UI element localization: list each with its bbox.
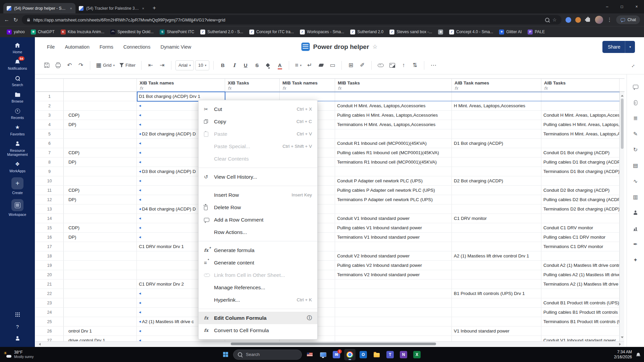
cell[interactable] [335, 336, 452, 341]
cell[interactable]: Conduit V1 Inbound standard power [541, 336, 620, 341]
cell[interactable]: Pulling cables V2 Inbound standard power [335, 261, 452, 270]
scroll-right-icon[interactable] [619, 343, 622, 346]
expand-button[interactable]: ↔ [627, 60, 637, 71]
bookmark-item[interactable]: KKiba Inuzuka Anim... [58, 28, 107, 36]
cell[interactable] [452, 223, 541, 232]
row-number[interactable]: 11 [36, 186, 64, 195]
cell[interactable]: Conduit R1 Inbound cell (MCP0001)(45KVA) [335, 139, 452, 148]
cell[interactable]: Conduit P Adapter cell newtork PLC (UPS) [335, 176, 452, 185]
extension-icon[interactable] [575, 17, 581, 23]
cell[interactable] [64, 298, 137, 307]
cell[interactable]: D2 Bot charging (ACDP) [452, 176, 541, 185]
cell[interactable]: Terminations H Mint. Areas, Laptops,Acce… [541, 129, 620, 138]
horizontal-scroll-thumb[interactable] [231, 343, 436, 345]
cell[interactable]: Terminations P Adapter cell newtork PLC … [335, 195, 452, 204]
maximize-button[interactable]: □ [614, 0, 629, 13]
highlight-button[interactable]: ✐ [357, 60, 367, 71]
cell[interactable]: CDP) [64, 148, 137, 157]
sidebar-help-button[interactable]: ? [16, 323, 19, 329]
row-number[interactable]: 10 [36, 176, 64, 185]
image-button[interactable] [387, 60, 397, 71]
column-header-aib-tasks[interactable]: AIB Tasksfx [541, 79, 620, 92]
cell[interactable]: Pulling cables H Mint. Areas, Laptops,Ac… [541, 120, 620, 129]
scroll-up-icon[interactable] [621, 94, 624, 97]
cell[interactable] [541, 214, 620, 223]
cell[interactable] [335, 92, 452, 101]
cell[interactable]: CDP) [64, 223, 137, 232]
rail-ai-tools-button[interactable]: ✦ [633, 257, 638, 263]
cell[interactable]: Pulling cables R1 Inbound cell (MCP0001)… [335, 148, 452, 157]
sidebar-account-button[interactable] [15, 336, 20, 342]
reload-icon[interactable]: ↻ [13, 17, 18, 23]
cell[interactable]: DP) [64, 233, 137, 242]
cell[interactable]: Terminations C1 DRV monitor [541, 242, 620, 251]
underline-button[interactable]: U [240, 60, 251, 71]
sidebar-item-home[interactable]: Home [0, 42, 35, 54]
cell[interactable]: CDP) [64, 186, 137, 195]
cell[interactable]: Conduit B1 Product lift controls (UPS) D… [541, 298, 620, 307]
cell[interactable]: Conduit H Mint. Areas, Laptops,Accessori… [335, 101, 452, 110]
menu-item-add-a-row-comment[interactable]: Add a Row Comment [199, 214, 317, 226]
menu-item-manage-references[interactable]: Manage References... [199, 281, 317, 294]
taskbar-weather[interactable]: 38°F Mostly sunny [3, 347, 34, 362]
extension-icon[interactable] [566, 17, 571, 23]
row-number[interactable]: 12 [36, 195, 64, 204]
cell[interactable] [452, 158, 541, 167]
bookmark-item[interactable]: Yyahoo [4, 28, 28, 36]
cell[interactable] [64, 251, 137, 260]
filter-button[interactable]: Filter [118, 60, 137, 71]
rail-contacts-button[interactable] [633, 210, 638, 216]
row-number[interactable]: 6 [36, 139, 64, 148]
notifications-bell-icon[interactable] [636, 352, 641, 357]
cell[interactable]: Terminations D1 Bot charging (ACDP) [541, 167, 620, 176]
taskbar-teams[interactable]: T [384, 349, 396, 360]
strikethrough-button[interactable]: S [252, 60, 262, 71]
bookmark-item[interactable]: ◠Speedtest by Ookl... [108, 28, 156, 36]
bookmark-item[interactable]: ✓Sutherland 2.0 [347, 28, 386, 36]
bookmark-item[interactable]: PPALE [525, 28, 547, 36]
row-number[interactable]: 17 [36, 242, 64, 251]
cell[interactable]: Conduit D1 Bot charging (ACDP) [541, 148, 620, 157]
cell[interactable]: C1 DRV monitor [452, 214, 541, 223]
cell[interactable] [64, 308, 137, 317]
chevron-down-icon[interactable]: ▾ [625, 46, 635, 49]
cell[interactable]: D1 Bot charging (ACDP) Drv 1 [137, 92, 225, 101]
taskbar-desktop[interactable] [317, 349, 329, 360]
font-size-button[interactable]: 10▾ [195, 60, 210, 70]
row-number[interactable]: 1 [36, 92, 64, 101]
cell[interactable] [225, 92, 280, 101]
cell[interactable] [452, 233, 541, 242]
cell[interactable] [64, 204, 137, 214]
row-number[interactable]: 2 [36, 101, 64, 110]
bookmark-item[interactable]: SSharePoint ITC [157, 28, 197, 36]
horizontal-scrollbar[interactable] [36, 341, 624, 346]
taskbar-mail[interactable]: ✉1 [331, 349, 342, 360]
menu-forms[interactable]: Forms [100, 44, 113, 50]
row-number[interactable]: 25 [36, 317, 64, 326]
menu-item-insert-row[interactable]: Insert RowInsert Key [199, 189, 317, 201]
align-button[interactable]: ≡▾ [293, 60, 303, 71]
row-number[interactable]: 8 [36, 158, 64, 167]
cell[interactable]: Pulling cables D1 Bot charging (ACDP) [541, 158, 620, 167]
cell[interactable] [541, 289, 620, 298]
wrap-text-button[interactable]: ↵ [305, 60, 315, 71]
cell[interactable] [64, 242, 137, 251]
scroll-down-icon[interactable] [621, 337, 624, 340]
rail-summary-button[interactable]: ▥ [633, 194, 638, 200]
cell[interactable]: Conduit V1 Inbound standard power [335, 214, 452, 223]
menu-item-link-from-cell-in-other-sheet[interactable]: Link from Cell in Other Sheet... [199, 269, 317, 281]
cell[interactable] [452, 270, 541, 279]
cell[interactable] [335, 308, 452, 317]
row-number[interactable]: 16 [36, 233, 64, 242]
cell[interactable] [64, 129, 137, 138]
cell[interactable]: Pulling cables D2 Bot charging (ACDP) [541, 195, 620, 204]
cell[interactable]: DP) [64, 158, 137, 167]
browser-profile-avatar[interactable] [595, 16, 603, 24]
cell[interactable]: Terminations D2 Bot charging (ACDP) [541, 204, 620, 214]
cell[interactable]: Pulling cables V1 Inbound standard power [335, 223, 452, 232]
cell[interactable] [452, 111, 541, 120]
cell[interactable]: Conduit H Mint. Areas, Laptops,Accessori… [541, 111, 620, 120]
cell[interactable] [64, 139, 137, 148]
row-number[interactable]: 26 [36, 326, 64, 336]
cell[interactable] [64, 176, 137, 185]
